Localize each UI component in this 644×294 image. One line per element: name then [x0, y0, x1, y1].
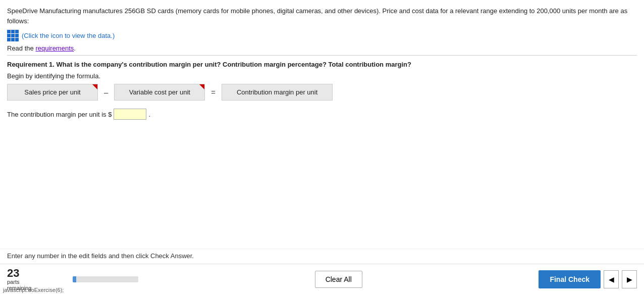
contribution-margin-input[interactable] — [114, 109, 146, 120]
parts-label1: parts — [7, 279, 19, 285]
main-content: SpeeDrive Manufacturing manufactures 256… — [0, 0, 644, 130]
final-check-button[interactable]: Final Check — [539, 270, 601, 288]
formula-box3-label: Contribution margin per unit — [237, 88, 317, 96]
bottom-right: Final Check ◀ ▶ — [539, 270, 637, 288]
requirements-link[interactable]: requirements — [35, 44, 74, 52]
formula-op1: – — [98, 88, 114, 96]
hint-text: Enter any number in the edit fields and … — [0, 249, 644, 263]
read-label: Read the — [7, 44, 34, 52]
hint-text-content: Enter any number in the edit fields and … — [7, 252, 194, 260]
intro-text: SpeeDrive Manufacturing manufactures 256… — [7, 6, 637, 26]
corner-decoration — [92, 84, 97, 89]
answer-prefix: The contribution margin per unit is $ — [7, 111, 112, 118]
formula-op2: = — [205, 88, 222, 96]
prev-arrow-button[interactable]: ◀ — [604, 270, 619, 288]
read-requirements-row: Read the requirements. — [7, 44, 637, 52]
bottom-center: Clear All — [138, 271, 539, 288]
clear-all-button[interactable]: Clear All — [315, 271, 362, 288]
status-bar: javascript:doExercise(6); — [0, 286, 67, 294]
corner-decoration2 — [199, 84, 204, 89]
progress-bar-fill — [73, 276, 76, 282]
parts-number: 23 — [7, 268, 19, 279]
formula-row: Sales price per unit – Variable cost per… — [7, 84, 637, 101]
formula-box-sales: Sales price per unit — [7, 84, 98, 101]
icon-link-row: (Click the icon to view the data.) — [7, 30, 637, 41]
formula-box1-label: Sales price per unit — [24, 88, 80, 96]
requirement-heading: Requirement 1. What is the company's con… — [7, 61, 637, 68]
formula-box-contribution: Contribution margin per unit — [222, 84, 333, 101]
answer-row: The contribution margin per unit is $ . — [7, 109, 637, 120]
bottom-bar: 23 parts remaining Clear All Final Check… — [0, 264, 644, 294]
read-end: . — [74, 44, 76, 52]
req-number: Requirement 1. — [7, 61, 55, 68]
req-text: What is the company's contribution margi… — [55, 61, 411, 68]
answer-suffix: . — [148, 111, 150, 118]
formula-box2-label: Variable cost per unit — [129, 88, 190, 96]
divider — [7, 55, 637, 56]
formula-label: Begin by identifying the formula. — [7, 72, 637, 80]
progress-bar — [73, 276, 138, 282]
formula-box-variable: Variable cost per unit — [114, 84, 205, 101]
view-data-link[interactable]: (Click the icon to view the data.) — [22, 32, 115, 39]
next-arrow-button[interactable]: ▶ — [622, 270, 637, 288]
grid-icon[interactable] — [7, 30, 19, 41]
